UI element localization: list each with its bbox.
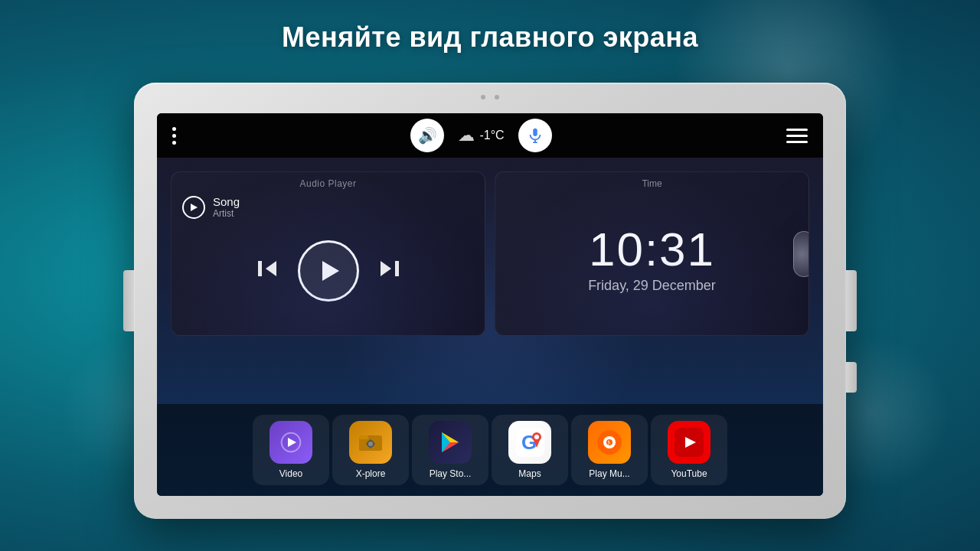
video-label: Video <box>279 468 302 479</box>
time-label: Time <box>495 172 808 192</box>
menu-line-2 <box>786 135 808 137</box>
speaker-left <box>123 270 134 331</box>
video-icon-svg <box>279 431 302 454</box>
playstore-icon-svg <box>437 429 463 455</box>
playmusic-label: Play Mu... <box>589 468 629 479</box>
menu-line-1 <box>786 129 808 131</box>
play-mini-icon <box>189 203 198 212</box>
xplore-icon <box>349 421 392 464</box>
date-display: Friday, 29 December <box>588 278 716 294</box>
youtube-icon-svg <box>675 428 704 457</box>
apps-row: Video <box>157 404 823 496</box>
svg-rect-8 <box>395 261 399 276</box>
svg-rect-5 <box>258 261 262 276</box>
track-artist: Artist <box>213 208 240 219</box>
svg-point-28 <box>534 435 539 439</box>
top-bar-center: 🔊 ☁ -1°C <box>410 119 551 152</box>
app-item-video[interactable]: Video <box>253 415 329 485</box>
xplore-label: X-plore <box>356 468 386 479</box>
svg-marker-10 <box>288 438 296 447</box>
audio-player-widget: Audio Player Song Artist <box>171 171 485 336</box>
cloud-icon: ☁ <box>458 126 475 145</box>
svg-marker-7 <box>381 261 391 276</box>
temperature-text: -1°C <box>479 129 504 142</box>
mic-button[interactable] <box>518 119 552 152</box>
svg-rect-20 <box>373 443 375 445</box>
playstore-label: Play Sto... <box>430 468 472 479</box>
playstore-icon <box>429 421 472 464</box>
svg-point-16 <box>368 442 373 446</box>
app-item-youtube[interactable]: YouTube <box>651 415 727 485</box>
play-button[interactable] <box>298 240 359 302</box>
top-bar: 🔊 ☁ -1°C <box>157 113 823 158</box>
maps-icon: G <box>508 421 551 464</box>
app-item-xplore[interactable]: X-plore <box>332 415 409 485</box>
play-icon <box>315 257 342 285</box>
app-item-playstore[interactable]: Play Sto... <box>412 415 488 485</box>
next-button[interactable] <box>377 256 402 286</box>
track-text: Song Artist <box>213 195 240 219</box>
youtube-label: YouTube <box>671 468 707 479</box>
svg-marker-4 <box>266 261 276 276</box>
dot-1 <box>172 127 176 131</box>
main-content: Audio Player Song Artist <box>157 158 823 496</box>
video-icon <box>270 421 312 464</box>
svg-marker-6 <box>322 261 339 281</box>
playmusic-icon: ♪ <box>588 421 631 464</box>
svg-rect-19 <box>366 443 368 445</box>
page-title: Меняйте вид главного экрана <box>0 21 980 54</box>
menu-button[interactable] <box>786 129 808 143</box>
play-mini-button[interactable] <box>182 196 205 219</box>
prev-button[interactable] <box>255 256 279 286</box>
volume-icon: 🔊 <box>418 126 437 145</box>
volume-button[interactable]: 🔊 <box>410 119 444 152</box>
svg-rect-17 <box>370 439 371 442</box>
svg-text:♪: ♪ <box>606 436 611 448</box>
app-item-playmusic[interactable]: ♪ Play Mu... <box>571 415 648 485</box>
mic-icon <box>527 127 544 144</box>
camera-dot-2 <box>495 95 499 99</box>
next-icon <box>377 256 402 281</box>
track-name: Song <box>213 195 240 208</box>
maps-label: Maps <box>518 468 541 479</box>
speaker-right <box>846 270 857 331</box>
maps-icon-svg: G <box>515 428 544 457</box>
speaker-right-strip <box>846 362 857 393</box>
three-dots-button[interactable] <box>172 127 176 145</box>
tablet-screen: 🔊 ☁ -1°C <box>157 113 823 496</box>
svg-rect-0 <box>533 129 537 136</box>
audio-track-info: Song Artist <box>172 195 485 219</box>
camera-dot-1 <box>481 95 485 99</box>
youtube-icon <box>668 421 710 464</box>
audio-player-label: Audio Player <box>172 172 485 192</box>
time-display: 10:31 <box>589 222 715 276</box>
widgets-row: Audio Player Song Artist <box>171 171 809 336</box>
weather-info: ☁ -1°C <box>458 126 504 145</box>
svg-marker-3 <box>191 204 198 211</box>
menu-line-3 <box>786 141 808 143</box>
svg-rect-18 <box>370 446 371 448</box>
time-widget: Time 10:31 Friday, 29 December <box>495 171 809 336</box>
scroll-handle[interactable] <box>793 231 809 277</box>
dot-2 <box>172 134 176 138</box>
prev-icon <box>255 256 279 281</box>
audio-controls <box>172 219 485 335</box>
playmusic-icon-svg: ♪ <box>595 428 624 457</box>
camera-dots <box>481 95 499 99</box>
tablet-shell: 🔊 ☁ -1°C <box>134 83 846 519</box>
dot-3 <box>172 141 176 145</box>
app-item-maps[interactable]: G Maps <box>492 415 568 485</box>
xplore-icon-svg <box>358 429 384 455</box>
svg-rect-14 <box>359 435 368 439</box>
